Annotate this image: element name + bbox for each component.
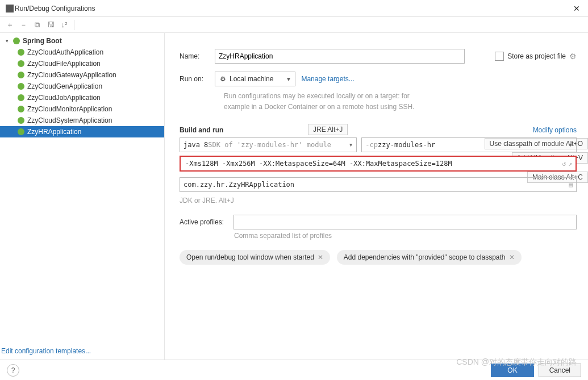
copy-icon[interactable]: ⧉ [32, 20, 42, 30]
history-icon[interactable]: ↺ [562, 160, 566, 168]
spring-icon [17, 116, 25, 124]
svg-point-9 [18, 128, 24, 135]
save-icon[interactable]: 🖫 [45, 20, 56, 30]
tree-root-spring-boot[interactable]: ▾ Spring Boot [0, 35, 164, 47]
sort-icon[interactable]: ↓² [59, 20, 69, 30]
spring-icon [17, 60, 25, 68]
runon-hint: Run configurations may be executed local… [224, 91, 577, 112]
runon-label: Run on: [180, 75, 209, 83]
tree-item-label: ZzyCloudMonitorApplication [27, 105, 112, 113]
jdk-hint: JDK or JRE. Alt+J [180, 197, 577, 204]
name-input[interactable] [215, 49, 465, 64]
tree-item[interactable]: ZzyCloudFileApplication [0, 58, 164, 69]
chevron-down-icon: ▾ [569, 141, 573, 149]
remove-chip-icon[interactable]: ✕ [509, 253, 515, 261]
chip-open-tool-window[interactable]: Open run/debug tool window when started … [180, 250, 330, 265]
svg-point-5 [18, 83, 24, 90]
vm-options-value: -Xms128M -Xmx256M -XX:MetaspaceSize=64M … [185, 160, 452, 168]
jdk-prefix: java 8 [184, 141, 208, 149]
active-profiles-label: Active profiles: [180, 218, 228, 226]
help-icon[interactable]: ? [7, 364, 19, 377]
build-section-title: Build and run [180, 126, 223, 134]
tree-item-label: ZzyCloudGenApplication [27, 82, 102, 90]
svg-point-1 [13, 37, 20, 44]
bottom-bar: ? OK Cancel [0, 360, 588, 380]
target-icon: ⚙ [220, 75, 226, 83]
spring-icon [17, 128, 25, 136]
tree-item[interactable]: ZzyCloudAuthApplication [0, 47, 164, 58]
tree-item[interactable]: ZzyCloudGenApplication [0, 81, 164, 92]
svg-point-8 [18, 117, 24, 124]
profiles-hint: Comma separated list of profiles [234, 232, 577, 240]
cancel-button[interactable]: Cancel [539, 364, 581, 377]
remove-chip-icon[interactable]: ✕ [318, 253, 323, 261]
svg-point-3 [18, 60, 24, 67]
gear-icon[interactable]: ⚙ [569, 52, 577, 61]
browse-icon[interactable]: ▤ [569, 181, 573, 189]
spring-icon [17, 71, 25, 79]
main-class-input[interactable]: com.zzy.hr.ZzyHRApplication ▤ [180, 177, 577, 192]
spring-icon [17, 94, 25, 102]
main-class-value: com.zzy.hr.ZzyHRApplication [184, 181, 294, 189]
svg-point-4 [18, 72, 24, 78]
svg-point-2 [18, 49, 24, 56]
content-pane: Name: Store as project file ⚙ Run on: ⚙ … [165, 33, 588, 360]
jre-hint-popup: JRE Alt+J [308, 124, 348, 135]
name-label: Name: [180, 52, 209, 60]
tree-item-label: ZzyCloudAuthApplication [27, 48, 103, 56]
tree-item[interactable]: ZzyCloudGatewayApplication [0, 69, 164, 81]
spring-icon [12, 37, 20, 45]
svg-rect-0 [6, 5, 14, 12]
spring-icon [17, 82, 25, 90]
tree-item-label: ZzyCloudJobApplication [27, 94, 101, 102]
spring-icon [17, 105, 25, 113]
jdk-module: SDK of 'zzy-modules-hr' module [208, 141, 331, 149]
window-title: Run/Debug Configurations [14, 5, 571, 12]
remove-icon[interactable]: － [18, 20, 28, 30]
runon-value: Local machine [230, 75, 273, 83]
cp-prefix: -cp [365, 141, 378, 149]
jdk-dropdown[interactable]: java 8 SDK of 'zzy-modules-hr' module ▾ [180, 137, 357, 152]
tree-item-label: ZzyCloudSystemApplication [27, 116, 112, 124]
edit-templates-link[interactable]: Edit configuration templates... [1, 347, 91, 355]
chip-provided-scope[interactable]: Add dependencies with "provided" scope t… [337, 250, 522, 265]
separator [74, 20, 74, 30]
spring-icon [17, 48, 25, 56]
store-checkbox[interactable] [495, 52, 504, 61]
manage-targets-link[interactable]: Manage targets... [301, 75, 354, 83]
store-label: Store as project file [507, 52, 566, 60]
tree-root-label: Spring Boot [23, 37, 62, 45]
chevron-down-icon: ▾ [6, 38, 10, 44]
tree-item[interactable]: ZzyCloudMonitorApplication [0, 103, 164, 115]
tree-item[interactable]: ZzyCloudJobApplication [0, 92, 164, 103]
tree-item-selected[interactable]: ZzyHRApplication [0, 126, 164, 137]
chevron-down-icon: ▾ [349, 141, 353, 149]
toolbar: ＋ － ⧉ 🖫 ↓² [0, 17, 588, 33]
chip-label: Open run/debug tool window when started [186, 253, 314, 261]
vm-options-input[interactable]: -Xms128M -Xmx256M -XX:MetaspaceSize=64M … [180, 156, 577, 172]
svg-point-6 [18, 94, 24, 101]
expand-icon[interactable]: ↗ [568, 160, 572, 168]
chip-label: Add dependencies with "provided" scope t… [344, 253, 506, 261]
add-icon[interactable]: ＋ [5, 20, 15, 30]
config-tree: ▾ Spring Boot ZzyCloudAuthApplication Zz… [0, 33, 165, 360]
classpath-dropdown[interactable]: -cp zzy-modules-hr ▾ [361, 137, 577, 152]
cp-value: zzy-modules-hr [378, 141, 435, 149]
ok-button[interactable]: OK [491, 364, 533, 377]
modify-options-link[interactable]: Modify options [533, 126, 577, 134]
active-profiles-input[interactable] [233, 215, 577, 229]
tree-item-label: ZzyCloudFileApplication [27, 60, 101, 68]
runon-dropdown[interactable]: ⚙ Local machine ▾ [215, 72, 295, 86]
svg-point-7 [18, 106, 24, 112]
title-bar: Run/Debug Configurations ✕ [0, 0, 588, 17]
tree-item-label: ZzyHRApplication [27, 128, 81, 136]
tree-item[interactable]: ZzyCloudSystemApplication [0, 115, 164, 126]
app-icon [6, 5, 14, 12]
tree-item-label: ZzyCloudGatewayApplication [27, 71, 116, 79]
chevron-down-icon: ▾ [287, 75, 290, 83]
close-icon[interactable]: ✕ [571, 4, 582, 13]
